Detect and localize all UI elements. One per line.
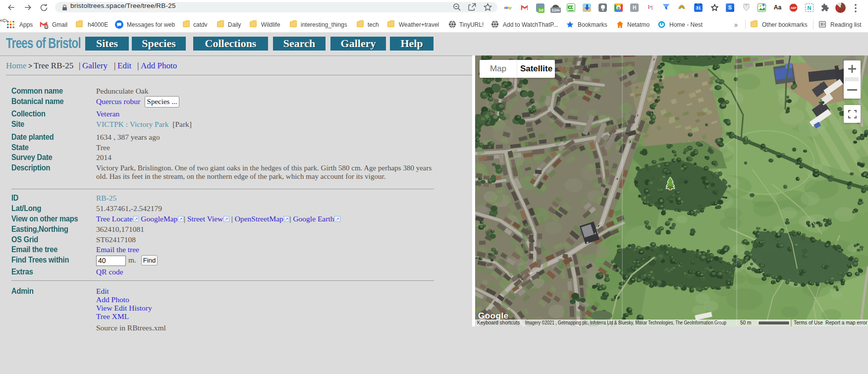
svg-text:ABP: ABP: [791, 6, 797, 9]
